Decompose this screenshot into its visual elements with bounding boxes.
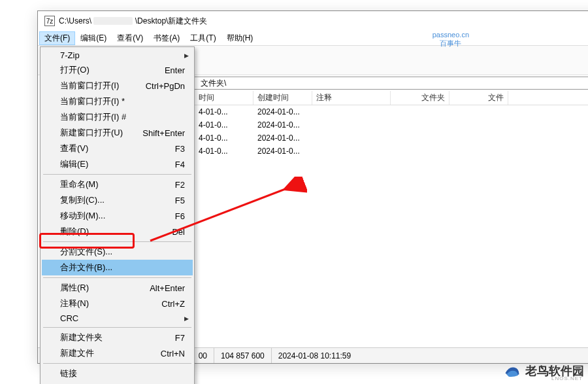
- menu-item-shortcut: Ctrl+PgDn: [146, 81, 185, 91]
- menu-item-label: CRC: [60, 313, 78, 323]
- menu-item-shortcut: F6: [175, 211, 185, 221]
- menu-item-属性r[interactable]: 属性(R)Alt+Enter: [42, 280, 193, 296]
- menu-item-当前窗口打开i[interactable]: 当前窗口打开(I) #: [42, 109, 193, 125]
- menu-item-编辑e[interactable]: 编辑(E)F4: [42, 156, 193, 172]
- cell-folder: [391, 124, 449, 126]
- menu-item-label: 当前窗口打开(I) #: [60, 111, 126, 123]
- menu-item-链接[interactable]: 链接: [42, 366, 193, 381]
- menu-item-label: 新建文件夹: [60, 332, 103, 343]
- menu-item-新建文件夹[interactable]: 新建文件夹F7: [42, 330, 193, 345]
- cell-ctime: 2024-01-0...: [253, 146, 312, 156]
- menu-item-label: 当前窗口打开(I): [60, 80, 119, 92]
- menu-item-复制到c[interactable]: 复制到(C)...F5: [42, 192, 193, 208]
- menu-item-label: 注释(N): [60, 298, 89, 309]
- menu-item-label: 分割文件(S)...: [60, 246, 112, 258]
- list-header: 时间 创建时间 注释 文件夹 文件: [195, 91, 588, 105]
- menubar: 文件(F) 编辑(E) 查看(V) 书签(A) 工具(T) 帮助(H) pass…: [38, 31, 588, 45]
- menu-item-shortcut: F4: [175, 160, 185, 169]
- menu-item-新建文件[interactable]: 新建文件Ctrl+N: [42, 345, 193, 361]
- title-path-suffix: \Desktop\新建文件夹: [135, 16, 208, 26]
- cell-file: [449, 137, 508, 139]
- cell-mtime: 4-01-0...: [195, 120, 253, 130]
- cell-comment: [312, 111, 391, 113]
- menu-item-shortcut: Enter: [165, 65, 185, 75]
- menu-item-label: 移动到(M)...: [60, 210, 105, 222]
- menu-item-当前窗口打开i[interactable]: 当前窗口打开(I)Ctrl+PgDn: [42, 78, 193, 94]
- menu-item-label: 删除(D): [60, 226, 89, 237]
- menu-tool[interactable]: 工具(T): [185, 31, 221, 45]
- menu-edit[interactable]: 编辑(E): [75, 31, 112, 45]
- menu-item-label: 复制到(C)...: [60, 194, 105, 206]
- menu-separator: [43, 174, 191, 175]
- col-created-time[interactable]: 创建时间: [253, 91, 312, 105]
- menu-help[interactable]: 帮助(H): [221, 31, 259, 45]
- menu-item-shortcut: Del: [172, 227, 185, 237]
- col-comment[interactable]: 注释: [312, 91, 391, 105]
- status-seg-3: 2024-01-08 10:11:59: [272, 348, 588, 363]
- table-row[interactable]: 4-01-0...2024-01-0...: [195, 145, 588, 158]
- menu-separator: [43, 327, 191, 328]
- cell-comment: [312, 124, 391, 126]
- title-path-prefix: C:\Users\: [59, 16, 91, 26]
- status-seg-2: 104 857 600: [214, 348, 272, 363]
- cell-ctime: 2024-01-0...: [253, 107, 312, 117]
- menu-view[interactable]: 查看(V): [112, 31, 148, 45]
- menu-separator: [43, 277, 191, 278]
- menu-item-crc[interactable]: CRC: [42, 311, 193, 325]
- menu-item-shortcut: F2: [175, 180, 185, 190]
- cell-file: [449, 124, 508, 126]
- table-row[interactable]: 4-01-0...2024-01-0...: [195, 118, 588, 131]
- menu-file[interactable]: 文件(F): [39, 31, 75, 45]
- titlebar: 7z C:\Users\ \Desktop\新建文件夹 — ☐ ✕: [38, 11, 588, 31]
- menu-item-label: 链接: [60, 368, 77, 379]
- col-modified-time[interactable]: 时间: [195, 91, 253, 105]
- menu-item-当前窗口打开i[interactable]: 当前窗口打开(I) *: [42, 94, 193, 109]
- menu-item-合并文件b[interactable]: 合并文件(B)...: [42, 260, 193, 275]
- cell-folder: [391, 150, 449, 152]
- menu-item-交替数据流a[interactable]: 交替数据流(A): [42, 381, 193, 384]
- table-row[interactable]: 4-01-0...2024-01-0...: [195, 131, 588, 145]
- menu-item-删除d[interactable]: 删除(D)Del: [42, 224, 193, 239]
- cell-comment: [312, 137, 391, 139]
- menu-item-shortcut: F5: [175, 196, 185, 205]
- brand-name: 百事牛: [433, 39, 469, 48]
- bird-icon: [503, 362, 521, 380]
- cell-file: [449, 150, 508, 152]
- menu-item-移动到m[interactable]: 移动到(M)...F6: [42, 208, 193, 224]
- menu-item-shortcut: Shift+Enter: [142, 128, 185, 138]
- menu-item-label: 属性(R): [60, 282, 89, 294]
- cell-comment: [312, 150, 391, 152]
- menu-item-shortcut: Ctrl+N: [161, 349, 185, 358]
- menu-item-重命名m[interactable]: 重命名(M)F2: [42, 177, 193, 192]
- menu-item-新建窗口打开u[interactable]: 新建窗口打开(U)Shift+Enter: [42, 125, 193, 141]
- cell-file: [449, 111, 508, 113]
- menu-item-label: 7-Zip: [60, 50, 80, 60]
- menu-item-shortcut: F3: [175, 144, 185, 154]
- menu-bookmark[interactable]: 书签(A): [148, 31, 185, 45]
- brand-url: passneo.cn: [433, 31, 469, 39]
- menu-item-shortcut: F7: [175, 333, 185, 343]
- logo-subtext: LNOS.NET: [551, 375, 583, 381]
- watermark-brand: passneo.cn 百事牛: [433, 31, 469, 48]
- menu-item-label: 当前窗口打开(I) *: [60, 96, 125, 107]
- col-folder[interactable]: 文件夹: [391, 91, 449, 105]
- cell-ctime: 2024-01-0...: [253, 133, 312, 143]
- menu-item-label: 编辑(E): [60, 158, 88, 170]
- file-menu-dropdown: 7-Zip打开(O)Enter当前窗口打开(I)Ctrl+PgDn当前窗口打开(…: [40, 46, 195, 384]
- menu-item-查看v[interactable]: 查看(V)F3: [42, 141, 193, 156]
- menu-item-分割文件s[interactable]: 分割文件(S)...: [42, 244, 193, 260]
- menu-item-shortcut: Alt+Enter: [150, 283, 185, 293]
- menu-separator: [43, 363, 191, 364]
- cell-ctime: 2024-01-0...: [253, 120, 312, 130]
- cell-folder: [391, 137, 449, 139]
- menu-item-注释n[interactable]: 注释(N)Ctrl+Z: [42, 296, 193, 311]
- col-file[interactable]: 文件: [449, 91, 508, 105]
- menu-item-label: 重命名(M): [60, 179, 99, 190]
- menu-item-shortcut: Ctrl+Z: [161, 299, 185, 309]
- menu-item-打开o[interactable]: 打开(O)Enter: [42, 62, 193, 78]
- title-username-blurred: [93, 17, 133, 25]
- menu-item-label: 打开(O): [60, 64, 90, 76]
- table-row[interactable]: 4-01-0...2024-01-0...: [195, 105, 588, 118]
- cell-folder: [391, 111, 449, 113]
- menu-item-7zip[interactable]: 7-Zip: [42, 48, 193, 62]
